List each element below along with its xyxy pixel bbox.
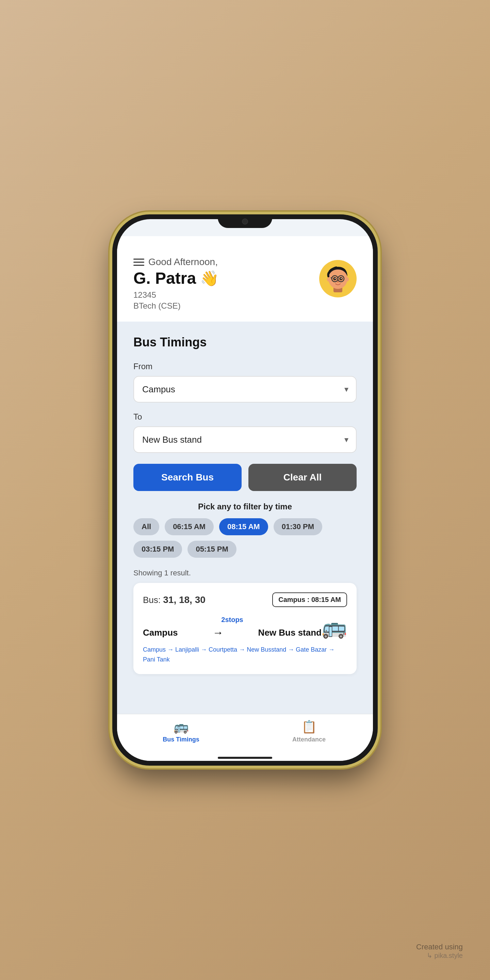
home-indicator <box>117 753 373 761</box>
header-section: Good Afternoon, G. Patra 👋 12345 BTech (… <box>117 236 373 321</box>
phone-screen: Good Afternoon, G. Patra 👋 12345 BTech (… <box>117 219 373 761</box>
from-select-wrapper[interactable]: Campus ▾ <box>134 376 356 402</box>
bus-icon: 🚌 <box>321 615 347 640</box>
bus-card: Bus: 31, 18, 30 Campus : 08:15 AM 2stops… <box>134 583 356 674</box>
svg-point-14 <box>346 277 349 282</box>
results-count: Showing 1 result. <box>134 569 356 578</box>
bus-label: Bus: <box>143 595 161 605</box>
nav-bus-timings-label: Bus Timings <box>163 736 199 743</box>
bus-card-header: Bus: 31, 18, 30 Campus : 08:15 AM <box>143 592 347 607</box>
user-course: BTech (CSE) <box>134 301 319 311</box>
route-arrow-icon: → <box>208 627 228 639</box>
chip-0815am[interactable]: 08:15 AM <box>219 518 268 535</box>
pika-line2: ↳ pika.style <box>416 951 463 959</box>
pika-credit: Created using ↳ pika.style <box>416 943 463 959</box>
stops-label: 2stops <box>143 616 321 624</box>
to-label: To <box>134 412 356 422</box>
from-select[interactable]: Campus <box>134 376 356 402</box>
chip-0615am[interactable]: 06:15 AM <box>165 518 214 535</box>
route-from: Campus <box>143 627 178 638</box>
route-row: Campus → New Bus stand <box>143 627 321 639</box>
svg-point-12 <box>337 281 339 282</box>
action-buttons: Search Bus Clear All <box>134 464 356 491</box>
chip-0130pm[interactable]: 01:30 PM <box>274 518 322 535</box>
route-to: New Bus stand <box>258 627 321 638</box>
user-name: G. Patra <box>134 269 196 288</box>
search-bus-button[interactable]: Search Bus <box>134 464 242 491</box>
to-select[interactable]: New Bus stand <box>134 426 356 453</box>
bus-number: Bus: 31, 18, 30 <box>143 595 205 605</box>
phone-shell: Good Afternoon, G. Patra 👋 12345 BTech (… <box>112 215 378 765</box>
pika-line1: Created using <box>416 943 463 951</box>
attendance-icon: 📋 <box>301 720 317 734</box>
avatar <box>319 260 356 298</box>
filter-chips: All 06:15 AM 08:15 AM 01:30 PM 03:15 PM … <box>134 518 356 558</box>
hamburger-menu[interactable] <box>134 259 144 266</box>
camera <box>242 218 248 224</box>
stops-detail: Campus → Lanjipalli → Courtpetta → New B… <box>143 645 347 665</box>
nav-bus-timings[interactable]: 🚌 Bus Timings <box>117 720 245 743</box>
campus-time-badge: Campus : 08:15 AM <box>272 592 347 607</box>
greeting-text: Good Afternoon, <box>148 256 218 267</box>
bottom-nav: 🚌 Bus Timings 📋 Attendance <box>117 714 373 753</box>
svg-point-11 <box>341 278 342 279</box>
svg-point-10 <box>335 278 336 279</box>
svg-point-13 <box>327 277 330 282</box>
svg-line-5 <box>331 278 332 278</box>
home-bar <box>218 757 272 759</box>
filter-title: Pick any to filter by time <box>134 502 356 511</box>
bus-timings-icon: 🚌 <box>173 720 189 734</box>
chip-0315pm[interactable]: 03:15 PM <box>134 541 182 558</box>
notch <box>218 215 272 228</box>
to-select-wrapper[interactable]: New Bus stand ▾ <box>134 426 356 453</box>
chip-0515pm[interactable]: 05:15 PM <box>188 541 236 558</box>
user-id: 12345 <box>134 290 319 300</box>
clear-all-button[interactable]: Clear All <box>248 464 356 491</box>
chip-all[interactable]: All <box>134 518 159 535</box>
section-title: Bus Timings <box>134 335 356 350</box>
main-content: Bus Timings From Campus ▾ To New Bus sta… <box>117 321 373 714</box>
nav-attendance-label: Attendance <box>292 736 326 743</box>
nav-attendance[interactable]: 📋 Attendance <box>245 720 373 743</box>
wave-emoji: 👋 <box>200 269 219 287</box>
bus-numbers: 31, 18, 30 <box>163 595 205 605</box>
from-label: From <box>134 362 356 371</box>
